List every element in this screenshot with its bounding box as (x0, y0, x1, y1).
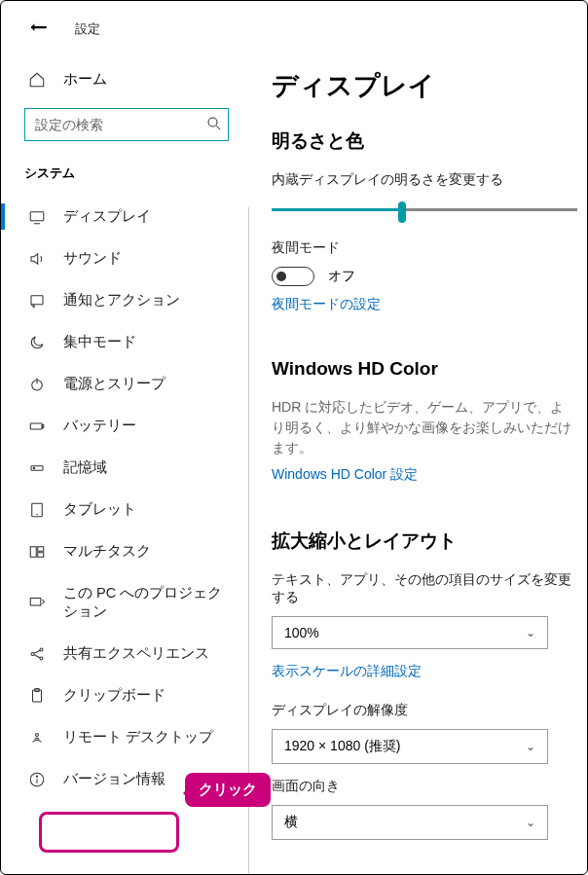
sidebar-item-label: 通知とアクション (63, 291, 180, 310)
home-icon (28, 71, 46, 89)
sidebar-home-label: ホーム (63, 70, 107, 89)
night-mode-toggle[interactable] (272, 267, 314, 286)
info-icon (28, 771, 46, 788)
orientation-select[interactable]: 横 ⌄ (272, 805, 548, 840)
svg-line-21 (34, 654, 40, 657)
svg-line-20 (34, 650, 40, 653)
chevron-down-icon: ⌄ (526, 816, 535, 829)
display-icon (28, 208, 46, 226)
svg-point-24 (36, 733, 39, 736)
svg-rect-16 (30, 599, 41, 606)
brightness-slider-label: 内蔵ディスプレイの明るさを変更する (272, 171, 577, 189)
storage-icon (28, 459, 46, 477)
sidebar-item-label: この PC へのプロジェクション (63, 584, 225, 621)
svg-rect-14 (38, 546, 44, 551)
orientation-label: 画面の向き (272, 778, 577, 795)
brightness-heading: 明るさと色 (272, 128, 577, 154)
chevron-down-icon: ⌄ (526, 740, 535, 753)
svg-point-0 (208, 118, 217, 127)
sidebar-item-label: クリップボード (63, 686, 165, 705)
svg-rect-13 (30, 546, 36, 557)
clipboard-icon (28, 687, 46, 705)
night-mode-link[interactable]: 夜間モードの設定 (272, 296, 381, 313)
brightness-slider[interactable] (272, 199, 577, 222)
window-title: 設定 (75, 20, 100, 38)
svg-rect-2 (30, 211, 44, 220)
orientation-value: 横 (284, 814, 298, 831)
back-button[interactable]: 🠔 (30, 18, 48, 39)
tablet-icon (28, 501, 46, 519)
sidebar-item-display[interactable]: ディスプレイ (1, 196, 248, 237)
chevron-down-icon: ⌄ (526, 626, 535, 639)
svg-point-19 (40, 657, 43, 660)
sidebar-item-multitask[interactable]: マルチタスク (1, 530, 248, 572)
scale-value: 100% (284, 625, 319, 640)
sidebar-item-remote[interactable]: リモート デスクトップ (1, 716, 248, 758)
resolution-select[interactable]: 1920 × 1080 (推奨) ⌄ (272, 729, 548, 764)
sidebar-item-clipboard[interactable]: クリップボード (1, 674, 248, 716)
sidebar-item-shared[interactable]: 共有エクスペリエンス (1, 633, 248, 674)
resolution-value: 1920 × 1080 (推奨) (284, 738, 400, 755)
svg-point-18 (40, 648, 43, 651)
svg-point-10 (33, 467, 35, 469)
hdcolor-heading: Windows HD Color (272, 358, 577, 380)
sidebar-item-label: バージョン情報 (63, 770, 165, 788)
search-icon (205, 115, 223, 135)
remote-icon (28, 729, 46, 747)
sidebar-item-power[interactable]: 電源とスリープ (1, 363, 248, 405)
sidebar-home[interactable]: ホーム (1, 60, 248, 98)
sidebar-item-sound[interactable]: サウンド (1, 237, 248, 279)
moon-icon (28, 334, 46, 351)
battery-icon (28, 418, 46, 435)
search-box[interactable] (24, 108, 229, 141)
sidebar-item-storage[interactable]: 記憶域 (1, 447, 248, 489)
sound-icon (28, 250, 46, 268)
search-input[interactable] (35, 117, 205, 132)
svg-rect-4 (31, 295, 43, 304)
size-label: テキスト、アプリ、その他の項目のサイズを変更する (272, 571, 577, 606)
hdcolor-link[interactable]: Windows HD Color 設定 (272, 466, 418, 484)
night-mode-label: 夜間モード (272, 239, 577, 257)
sidebar-item-tablet[interactable]: タブレット (1, 489, 248, 530)
sidebar-item-label: 集中モード (63, 333, 136, 351)
svg-rect-7 (30, 423, 42, 429)
page-title: ディスプレイ (272, 68, 577, 103)
slider-thumb[interactable] (398, 201, 406, 223)
projection-icon (28, 594, 46, 611)
svg-point-17 (31, 652, 34, 655)
sidebar-item-label: ディスプレイ (63, 207, 151, 226)
svg-rect-15 (38, 552, 44, 557)
hdcolor-desc: HDR に対応したビデオ、ゲーム、アプリで、より明るく、より鮮やかな画像をお楽し… (272, 397, 577, 458)
scale-heading: 拡大縮小とレイアウト (272, 529, 577, 554)
notification-icon (28, 292, 46, 310)
annotation-badge: クリック (185, 773, 271, 807)
sidebar-section-label: システム (1, 155, 248, 196)
resolution-label: ディスプレイの解像度 (272, 702, 577, 719)
advanced-scale-link[interactable]: 表示スケールの詳細設定 (272, 663, 422, 680)
annotation-highlight (39, 812, 179, 853)
sidebar-item-battery[interactable]: バッテリー (1, 405, 248, 447)
sidebar-item-projection[interactable]: この PC へのプロジェクション (1, 572, 248, 633)
share-icon (28, 645, 46, 663)
multitask-icon (28, 543, 46, 561)
sidebar-item-label: 電源とスリープ (63, 375, 165, 393)
sidebar-item-label: バッテリー (63, 417, 136, 435)
svg-rect-8 (42, 424, 44, 427)
sidebar-item-focus[interactable]: 集中モード (1, 321, 248, 363)
sidebar-item-label: サウンド (63, 249, 122, 268)
svg-line-1 (216, 126, 220, 129)
scale-select[interactable]: 100% ⌄ (272, 616, 548, 649)
sidebar-item-notifications[interactable]: 通知とアクション (1, 279, 248, 321)
svg-point-27 (36, 776, 37, 777)
sidebar-item-label: 記憶域 (63, 458, 107, 477)
sidebar-item-label: リモート デスクトップ (63, 728, 213, 747)
sidebar-item-label: 共有エクスペリエンス (63, 644, 209, 663)
power-icon (28, 376, 46, 393)
sidebar-item-label: マルチタスク (63, 542, 151, 561)
sidebar-item-label: タブレット (63, 500, 136, 519)
toggle-state: オフ (328, 268, 355, 285)
